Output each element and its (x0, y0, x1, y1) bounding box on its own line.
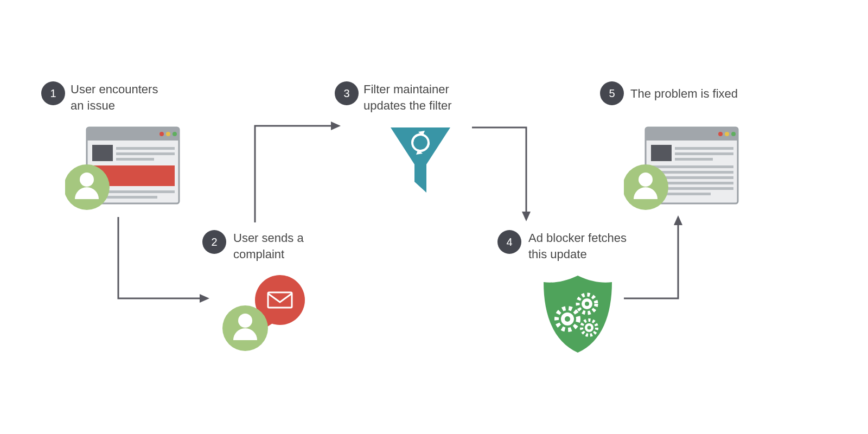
user-mail-icon (217, 269, 315, 355)
step-5-line1: The problem is fixed (630, 87, 738, 100)
funnel-refresh-icon (385, 122, 456, 198)
svg-point-18 (238, 314, 252, 328)
svg-rect-8 (116, 158, 154, 161)
step-3-line1: Filter maintainer (363, 82, 449, 96)
step-4-badge: 4 (497, 230, 521, 254)
svg-rect-6 (116, 147, 175, 150)
step-1-line1: User encounters (71, 82, 158, 96)
svg-point-12 (65, 164, 110, 210)
step-5-label: The problem is fixed (630, 86, 771, 102)
step-3-line2: updates the filter (363, 99, 452, 112)
arrow-1-to-2 (113, 217, 216, 320)
arrow-3-to-4 (472, 122, 542, 228)
svg-rect-42 (651, 165, 733, 168)
svg-marker-22 (522, 212, 531, 221)
step-2-badge: 2 (202, 230, 226, 254)
step-4-line2: this update (528, 247, 587, 261)
svg-point-3 (166, 132, 170, 136)
step-5-badge: 5 (600, 81, 624, 105)
step-2-line1: User sends a (233, 231, 304, 245)
svg-rect-40 (675, 152, 733, 155)
svg-point-31 (588, 326, 591, 330)
browser-clean-icon (624, 122, 743, 214)
svg-marker-19 (331, 122, 341, 130)
svg-point-48 (624, 164, 668, 210)
step-3-label: Filter maintainer updates the filter (363, 81, 483, 113)
diagram-stage: 1 User encounters an issue 2 User sends … (0, 0, 868, 434)
svg-point-36 (725, 132, 729, 136)
step-2-label: User sends a complaint (233, 230, 331, 262)
shield-gears-icon (537, 271, 618, 358)
svg-point-30 (585, 302, 589, 306)
svg-point-49 (639, 173, 653, 187)
step-1-badge: 1 (41, 81, 65, 105)
svg-point-2 (159, 132, 164, 136)
step-4-line1: Ad blocker fetches (528, 231, 627, 245)
step-1-label: User encounters an issue (71, 81, 179, 113)
svg-marker-32 (674, 215, 682, 225)
svg-rect-41 (675, 158, 713, 161)
svg-rect-7 (116, 152, 175, 155)
svg-marker-14 (200, 294, 209, 303)
browser-ad-icon (65, 122, 184, 214)
step-3-badge: 3 (335, 81, 359, 105)
svg-rect-5 (92, 145, 113, 161)
svg-point-35 (718, 132, 723, 136)
svg-point-37 (731, 132, 736, 136)
arrow-4-to-5 (624, 214, 694, 307)
svg-rect-38 (651, 145, 672, 161)
svg-rect-39 (675, 147, 733, 150)
step-1-line2: an issue (71, 99, 115, 112)
step-2-line2: complaint (233, 247, 284, 261)
svg-point-13 (80, 173, 94, 187)
svg-rect-1 (87, 127, 179, 141)
svg-rect-34 (646, 127, 738, 141)
svg-point-4 (173, 132, 177, 136)
svg-point-29 (565, 316, 570, 322)
arrow-2-to-3 (250, 119, 347, 228)
